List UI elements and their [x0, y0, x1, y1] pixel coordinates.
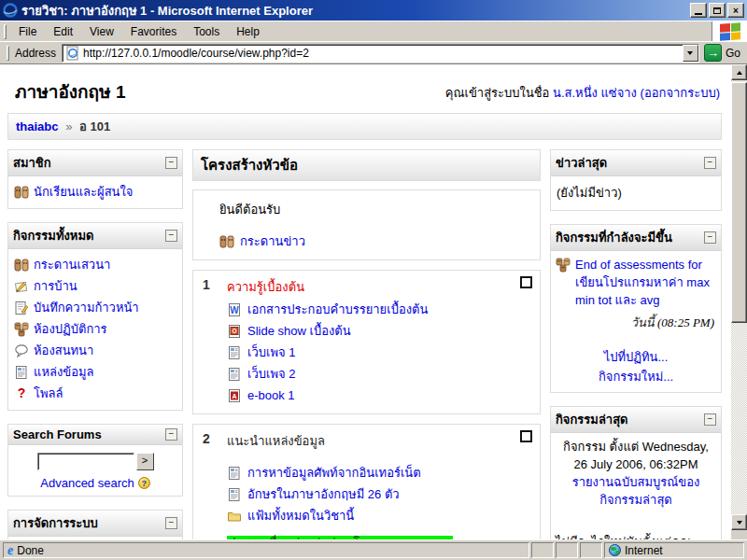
activity-forums-link[interactable]: กระดานเสวนา [34, 256, 110, 273]
block-title: การจัดการระบบ [13, 513, 98, 533]
svg-text:A: A [232, 392, 236, 399]
help-icon[interactable]: ? [138, 477, 150, 489]
powerpoint-icon [227, 324, 242, 339]
resource-link[interactable]: e-book 1 [247, 385, 295, 406]
address-input[interactable]: http://127.0.0.1/moodle/course/view.php?… [62, 44, 699, 63]
collapse-block-button[interactable]: − [704, 413, 716, 426]
activity-journals-link[interactable]: บันทึกความก้าวหน้า [34, 299, 139, 316]
login-prefix: คุณเข้าสู่ระบบในชื่อ [445, 86, 550, 100]
new-event-link[interactable]: กิจกรรมใหม่... [599, 370, 673, 384]
minimize-icon [695, 13, 702, 15]
no-news-text: (ยังไม่มีข่าว) [556, 181, 716, 204]
logged-in-user-link[interactable]: น.ส.หนึ่ง แซ่จาง [553, 86, 637, 100]
browser-window: รายวิชา: ภาษาอังกฤษ 1 - Microsoft Intern… [0, 0, 747, 560]
topic-section-0: ยินดีต้อนรับ กระดานข่าว [192, 189, 541, 260]
block-administration: การจัดการระบบ − [7, 510, 183, 539]
workshop-icon [14, 322, 29, 337]
topic-section-2: 2 แนะนำแหล่งข้อมูล [192, 424, 541, 539]
block-members: สมาชิก − นักเรียนแล [7, 149, 183, 209]
vertical-scrollbar[interactable] [731, 64, 747, 539]
menu-help[interactable]: Help [228, 23, 268, 40]
event-link[interactable]: End of assessments for เขียนโปรแกรมหาค่า… [575, 256, 716, 309]
forum-icon [219, 234, 234, 249]
ie-page-icon [65, 46, 80, 61]
event-day-link[interactable]: วันนี้ [631, 315, 655, 329]
scroll-down-button[interactable] [731, 514, 747, 530]
scrollbar-thumb[interactable] [731, 82, 747, 323]
toolbar-grip[interactable] [4, 24, 7, 39]
collapse-block-button[interactable]: − [165, 157, 177, 169]
journal-icon [14, 301, 29, 315]
breadcrumb-course: อ 101 [79, 119, 110, 133]
left-column: สมาชิก − นักเรียนแล [7, 149, 183, 539]
collapse-block-button[interactable]: − [165, 428, 177, 441]
menu-file[interactable]: File [10, 23, 45, 40]
ie-status-icon: e [7, 544, 13, 557]
news-forum-link[interactable]: กระดานข่าว [240, 231, 305, 252]
participants-link[interactable]: นักเรียนและผู้สนใจ [34, 183, 133, 201]
resource-link[interactable]: เว็บเพจ 1 [247, 342, 295, 363]
pdf-icon: A [227, 388, 242, 403]
activity-workshops-link[interactable]: ห้องปฏิบัติการ [34, 320, 107, 338]
address-dropdown-button[interactable] [683, 45, 698, 62]
show-only-topic-box[interactable] [520, 276, 532, 288]
collapse-block-button[interactable]: − [165, 230, 177, 242]
resource-link[interactable]: เว็บเพจ 2 [247, 363, 295, 385]
topic-section-1: 1 ความรู้เบื้องต้น W เอกสารประกอบคำบรรยา… [192, 270, 541, 414]
logout-link[interactable]: (ออกจากระบบ) [641, 86, 720, 100]
collapse-block-button[interactable]: − [704, 157, 716, 169]
go-label[interactable]: Go [726, 47, 740, 60]
list-item: W เอกสารประกอบคำบรรยายเบื้องต้น [227, 299, 499, 320]
list-item: กระดานข่าว [219, 231, 538, 252]
center-column: โครงสร้างหัวข้อ ยินดีต้อนรับ [192, 149, 541, 539]
toolbar-grip[interactable] [7, 46, 9, 61]
activity-chats-link[interactable]: ห้องสนทนา [34, 342, 93, 359]
choice-icon: ? [14, 386, 29, 401]
search-input[interactable] [37, 453, 134, 470]
restore-button[interactable] [709, 3, 726, 18]
collapse-block-button[interactable]: − [165, 517, 177, 529]
block-recent-activity: กิจกรรมล่าสุด − กิจกรรม ตั้งแต่ Wednesda… [550, 406, 722, 539]
chevron-down-icon [737, 521, 742, 525]
list-item: เว็บเพจ 2 [227, 363, 499, 385]
webpage-icon [227, 487, 242, 502]
activity-resources-link[interactable]: แหล่งข้อมูล [34, 363, 94, 381]
scroll-up-button[interactable] [731, 64, 747, 80]
status-text: Done [17, 544, 44, 557]
workshop-icon [556, 258, 571, 273]
event-date: วันนี้ (08:25 PM) [556, 313, 714, 332]
menu-edit[interactable]: Edit [45, 23, 81, 40]
resource-icon [14, 365, 29, 380]
address-url[interactable]: http://127.0.0.1/moodle/course/view.php?… [83, 47, 683, 60]
go-to-calendar-link[interactable]: ไปที่ปฏิทิน... [604, 350, 669, 364]
block-search-forums: Search Forums − > Advanced search ? [7, 424, 183, 497]
block-title: Search Forums [13, 427, 102, 441]
search-submit-button[interactable]: > [136, 453, 154, 470]
internet-zone-icon [609, 544, 621, 556]
resource-link[interactable]: เอกสารประกอบคำบรรยายเบื้องต้น [247, 299, 428, 320]
resource-link[interactable]: อักษรในภาษาอังกฤษมี 26 ตัว [247, 483, 400, 505]
menu-favorites[interactable]: Favorites [122, 23, 185, 40]
menu-view[interactable]: View [81, 23, 122, 40]
activity-assignments-link[interactable]: การบ้าน [34, 277, 78, 295]
chevron-down-icon [687, 51, 693, 55]
menu-tools[interactable]: Tools [185, 23, 228, 40]
list-item: กระดานเสวนา [13, 254, 177, 275]
resource-link[interactable]: การหาข้อมูลศัพท์จากอินเทอร์เน็ต [247, 462, 421, 483]
close-button[interactable]: × [727, 3, 744, 18]
full-report-link[interactable]: รายงานฉบับสมบูรณ์ของกิจกรรมล่าสุด [572, 475, 700, 507]
chevron-up-icon [737, 71, 742, 75]
activity-since-text: กิจกรรม ตั้งแต่ Wednesday, 26 July 2006,… [556, 438, 716, 473]
block-title: กิจกรรมล่าสุด [556, 410, 628, 429]
breadcrumb-site-link[interactable]: thaiabc [16, 119, 59, 133]
list-item: A e-book 1 [227, 385, 499, 406]
show-only-topic-box[interactable] [520, 430, 532, 442]
advanced-search-link[interactable]: Advanced search [40, 476, 134, 490]
block-title: กิจกรรมที่กำลังจะมีขึ้น [556, 228, 672, 247]
folder-link[interactable]: แฟ้มทั้งหมดในวิชานี้ [247, 505, 354, 526]
resource-link[interactable]: Slide show เบื้องต้น [247, 320, 351, 342]
go-button[interactable]: → [704, 44, 722, 62]
activity-choices-link[interactable]: โพลล์ [34, 385, 63, 402]
minimize-button[interactable] [690, 3, 707, 18]
collapse-block-button[interactable]: − [704, 231, 716, 244]
